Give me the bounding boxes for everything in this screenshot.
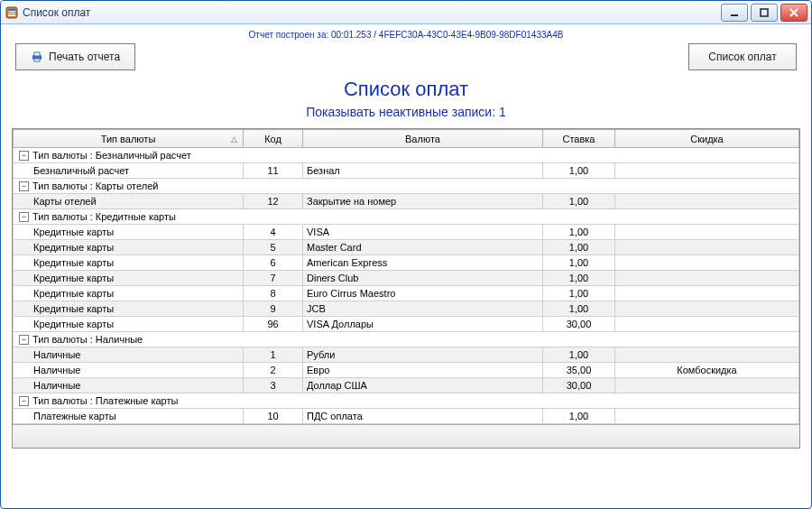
cell-discount[interactable]: [615, 317, 799, 332]
cell-rate[interactable]: 1,00: [543, 347, 615, 363]
cell-discount[interactable]: [615, 378, 799, 393]
cell-rate[interactable]: 1,00: [543, 286, 615, 301]
payments-grid[interactable]: Тип валюты △ Код Валюта Ставка Скидка −Т…: [13, 129, 799, 424]
group-row[interactable]: −Тип валюты : Платежные карты: [14, 393, 799, 409]
cell-rate[interactable]: 1,00: [543, 255, 615, 271]
cell-rate[interactable]: 1,00: [543, 240, 615, 255]
table-row[interactable]: Наличные1Рубли1,00: [14, 347, 799, 363]
cell-type[interactable]: Кредитные карты: [14, 286, 244, 301]
cell-type[interactable]: Кредитные карты: [14, 271, 244, 286]
print-report-button[interactable]: Печать отчета: [15, 43, 135, 70]
cell-currency[interactable]: Euro Cirrus Maestro: [303, 286, 543, 301]
cell-currency[interactable]: VISA: [303, 225, 543, 240]
col-header-type[interactable]: Тип валюты △: [14, 130, 244, 148]
cell-discount[interactable]: [615, 347, 799, 363]
cell-currency[interactable]: Безнал: [303, 163, 543, 179]
cell-currency[interactable]: Diners Club: [303, 271, 543, 286]
cell-code[interactable]: 8: [244, 286, 303, 301]
cell-type[interactable]: Кредитные карты: [14, 225, 244, 240]
group-row[interactable]: −Тип валюты : Безналичный расчет: [14, 148, 799, 163]
cell-discount[interactable]: [615, 194, 799, 209]
table-row[interactable]: Безналичный расчет11Безнал1,00: [14, 163, 799, 179]
table-row[interactable]: Платежные карты10ПДС оплата1,00: [14, 409, 799, 424]
table-row[interactable]: Наличные3Доллар США30,00: [14, 378, 799, 393]
minimize-button[interactable]: [721, 4, 748, 22]
table-row[interactable]: Кредитные карты5Master Card1,00: [14, 240, 799, 255]
cell-type[interactable]: Безналичный расчет: [14, 163, 244, 179]
collapse-icon[interactable]: −: [19, 396, 29, 406]
cell-rate[interactable]: 1,00: [543, 194, 615, 209]
cell-discount[interactable]: [615, 286, 799, 301]
cell-code[interactable]: 2: [244, 363, 303, 378]
collapse-icon[interactable]: −: [19, 151, 29, 161]
cell-code[interactable]: 6: [244, 255, 303, 271]
cell-code[interactable]: 9: [244, 301, 303, 317]
group-label[interactable]: −Тип валюты : Кредитные карты: [14, 209, 799, 225]
group-label[interactable]: −Тип валюты : Наличные: [14, 332, 799, 347]
table-row[interactable]: Кредитные карты4VISA1,00: [14, 225, 799, 240]
group-row[interactable]: −Тип валюты : Карты отелей: [14, 179, 799, 194]
table-row[interactable]: Кредитные карты7Diners Club1,00: [14, 271, 799, 286]
payments-list-button[interactable]: Список оплат: [688, 43, 797, 70]
col-header-rate[interactable]: Ставка: [543, 130, 615, 148]
grid-header[interactable]: Тип валюты △ Код Валюта Ставка Скидка: [14, 130, 799, 148]
cell-type[interactable]: Наличные: [14, 363, 244, 378]
cell-discount[interactable]: [615, 301, 799, 317]
cell-discount[interactable]: [615, 240, 799, 255]
cell-currency[interactable]: VISA Доллары: [303, 317, 543, 332]
cell-code[interactable]: 4: [244, 225, 303, 240]
table-row[interactable]: Кредитные карты96VISA Доллары30,00: [14, 317, 799, 332]
table-row[interactable]: Кредитные карты6American Express1,00: [14, 255, 799, 271]
group-label[interactable]: −Тип валюты : Платежные карты: [14, 393, 799, 409]
cell-code[interactable]: 10: [244, 409, 303, 424]
collapse-icon[interactable]: −: [19, 335, 29, 345]
cell-code[interactable]: 7: [244, 271, 303, 286]
close-button[interactable]: [780, 4, 807, 22]
cell-type[interactable]: Платежные карты: [14, 409, 244, 424]
table-row[interactable]: Карты отелей12Закрытие на номер1,00: [14, 194, 799, 209]
cell-discount[interactable]: [615, 163, 799, 179]
cell-type[interactable]: Кредитные карты: [14, 317, 244, 332]
cell-type[interactable]: Карты отелей: [14, 194, 244, 209]
cell-currency[interactable]: Рубли: [303, 347, 543, 363]
cell-type[interactable]: Кредитные карты: [14, 240, 244, 255]
group-row[interactable]: −Тип валюты : Наличные: [14, 332, 799, 347]
cell-currency[interactable]: JCB: [303, 301, 543, 317]
cell-discount[interactable]: [615, 225, 799, 240]
cell-rate[interactable]: 1,00: [543, 271, 615, 286]
cell-code[interactable]: 1: [244, 347, 303, 363]
cell-rate[interactable]: 30,00: [543, 378, 615, 393]
table-row[interactable]: Кредитные карты8Euro Cirrus Maestro1,00: [14, 286, 799, 301]
cell-type[interactable]: Наличные: [14, 378, 244, 393]
cell-code[interactable]: 5: [244, 240, 303, 255]
col-header-discount[interactable]: Скидка: [615, 130, 799, 148]
cell-discount[interactable]: [615, 255, 799, 271]
cell-currency[interactable]: ПДС оплата: [303, 409, 543, 424]
group-label[interactable]: −Тип валюты : Безналичный расчет: [14, 148, 799, 163]
cell-type[interactable]: Наличные: [14, 347, 244, 363]
cell-discount[interactable]: Комбоскидка: [615, 363, 799, 378]
table-row[interactable]: Наличные2Евро35,00Комбоскидка: [14, 363, 799, 378]
cell-rate[interactable]: 1,00: [543, 409, 615, 424]
cell-discount[interactable]: [615, 271, 799, 286]
col-header-currency[interactable]: Валюта: [303, 130, 543, 148]
cell-discount[interactable]: [615, 409, 799, 424]
col-header-code[interactable]: Код: [244, 130, 303, 148]
cell-rate[interactable]: 1,00: [543, 163, 615, 179]
cell-rate[interactable]: 35,00: [543, 363, 615, 378]
group-label[interactable]: −Тип валюты : Карты отелей: [14, 179, 799, 194]
cell-currency[interactable]: Закрытие на номер: [303, 194, 543, 209]
cell-currency[interactable]: American Express: [303, 255, 543, 271]
cell-code[interactable]: 11: [244, 163, 303, 179]
cell-type[interactable]: Кредитные карты: [14, 255, 244, 271]
cell-type[interactable]: Кредитные карты: [14, 301, 244, 317]
cell-rate[interactable]: 1,00: [543, 225, 615, 240]
maximize-button[interactable]: [751, 4, 778, 22]
collapse-icon[interactable]: −: [19, 212, 29, 222]
cell-rate[interactable]: 1,00: [543, 301, 615, 317]
cell-currency[interactable]: Евро: [303, 363, 543, 378]
cell-rate[interactable]: 30,00: [543, 317, 615, 332]
collapse-icon[interactable]: −: [19, 181, 29, 191]
cell-currency[interactable]: Доллар США: [303, 378, 543, 393]
table-row[interactable]: Кредитные карты9JCB1,00: [14, 301, 799, 317]
